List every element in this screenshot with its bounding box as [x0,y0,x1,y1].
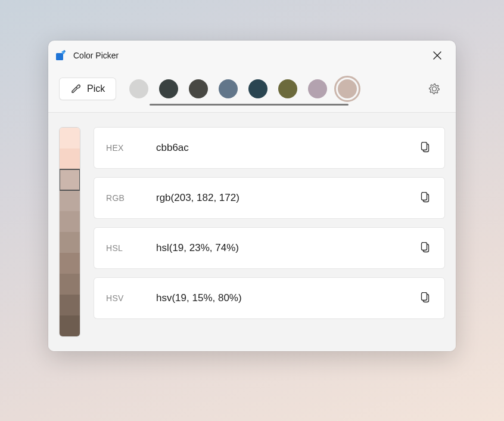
format-row[interactable]: HSLhsl(19, 23%, 74%) [94,227,445,269]
copy-icon [420,192,431,204]
format-label: HSL [106,243,156,253]
shade-step[interactable] [60,128,80,148]
svg-rect-8 [422,293,427,301]
format-label: HEX [106,143,156,153]
color-swatch[interactable] [159,79,178,98]
pick-button[interactable]: Pick [59,78,116,100]
format-label: HSV [106,293,156,303]
copy-button[interactable] [415,137,436,159]
swatch-row [126,79,414,98]
copy-button[interactable] [415,187,436,209]
copy-button[interactable] [415,287,436,309]
shade-step[interactable] [60,315,80,336]
format-label: RGB [106,193,156,203]
swatch-scrollbar[interactable] [150,104,349,106]
format-value: hsl(19, 23%, 74%) [156,242,415,254]
color-swatch[interactable] [338,79,357,98]
format-row[interactable]: HSVhsv(19, 15%, 80%) [94,277,445,319]
pick-button-label: Pick [87,83,105,94]
app-title: Color Picker [73,51,421,60]
close-button[interactable] [428,47,446,64]
shade-step[interactable] [60,232,80,253]
copy-icon [420,292,431,304]
color-swatch[interactable] [129,79,148,98]
content-area: HEXcbb6acRGBrgb(203, 182, 172)HSLhsl(19,… [48,113,456,351]
copy-icon [420,142,431,154]
format-value: hsv(19, 15%, 80%) [156,292,415,304]
eyedropper-icon [70,83,81,94]
toolbar: Pick [48,70,456,113]
shade-step[interactable] [60,148,80,169]
color-swatch[interactable] [189,79,208,98]
color-swatch[interactable] [308,79,327,98]
shade-step[interactable] [60,295,80,315]
color-swatch[interactable] [248,79,267,98]
shade-step[interactable] [60,190,80,211]
app-icon [55,50,66,61]
svg-rect-2 [422,143,427,150]
shade-step[interactable] [60,274,80,295]
color-swatch[interactable] [278,79,297,98]
shade-step[interactable] [60,211,80,232]
close-icon [433,51,441,60]
settings-button[interactable] [424,78,445,100]
format-value: rgb(203, 182, 172) [156,192,415,204]
format-list: HEXcbb6acRGBrgb(203, 182, 172)HSLhsl(19,… [94,127,445,337]
color-picker-window: Color Picker Pick HEXcbb [48,41,456,351]
color-swatch[interactable] [219,79,238,98]
format-value: cbb6ac [156,142,415,154]
svg-rect-0 [56,53,63,60]
gear-icon [428,83,440,95]
format-row[interactable]: RGBrgb(203, 182, 172) [94,177,445,219]
titlebar: Color Picker [48,41,456,70]
svg-rect-6 [422,243,427,250]
format-row[interactable]: HEXcbb6ac [94,127,445,169]
svg-rect-4 [422,193,427,200]
copy-icon [420,242,431,254]
shade-bar [59,127,80,337]
copy-button[interactable] [415,237,436,259]
shade-step[interactable] [60,253,80,274]
shade-step[interactable] [60,169,80,190]
